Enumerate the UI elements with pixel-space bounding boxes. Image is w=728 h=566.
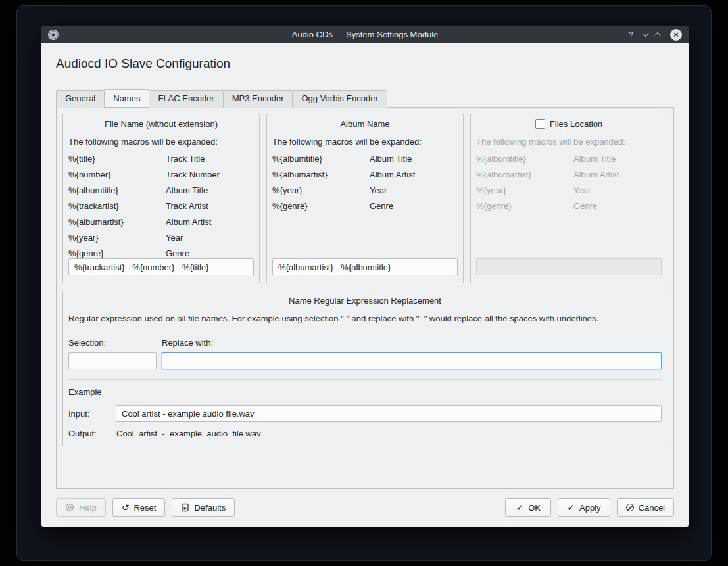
replace-with-label: Replace with:: [162, 338, 662, 348]
macro-name: %{number}: [68, 170, 166, 179]
tab-names[interactable]: Names: [104, 89, 149, 107]
cancel-button[interactable]: Cancel: [617, 498, 674, 517]
macro-desc: Genre: [166, 248, 254, 258]
chevron-up-icon[interactable]: [654, 32, 661, 39]
chevron-down-icon[interactable]: [643, 30, 649, 37]
macro-desc: Track Title: [166, 154, 254, 164]
text-cursor: [168, 356, 168, 366]
album-name-group: Album Name The following macros will be …: [266, 114, 464, 283]
file-name-pattern-input[interactable]: [68, 258, 254, 275]
replace-with-input[interactable]: [162, 352, 662, 369]
macro-name: %{year}: [476, 185, 573, 195]
files-location-group: Files Location The following macros will…: [470, 114, 667, 283]
tab-mp3-encoder[interactable]: MP3 Encoder: [223, 90, 293, 108]
titlebar[interactable]: Audio CDs — System Settings Module ? ×: [41, 26, 689, 43]
macro-desc: Album Artist: [370, 170, 458, 179]
selection-label: Selection:: [68, 338, 157, 348]
titlebar-help-button[interactable]: ?: [629, 30, 633, 39]
tab-flac-encoder[interactable]: FLAC Encoder: [149, 90, 223, 108]
macro-name: %{albumartist}: [476, 170, 573, 179]
macro-desc: Album Title: [573, 154, 662, 164]
macro-name: %{genre}: [272, 201, 370, 211]
window-content: Audiocd IO Slave Configuration General N…: [41, 43, 689, 527]
macro-name: %{genre}: [476, 201, 573, 211]
file-name-group: File Name (without extension) The follow…: [62, 114, 260, 283]
files-location-checkbox[interactable]: [535, 119, 545, 129]
desktop-background: Audio CDs — System Settings Module ? × A…: [16, 5, 712, 561]
help-icon: [65, 503, 74, 512]
regex-replacement-group: Name Regular Expression Replacement Regu…: [62, 291, 667, 446]
files-location-macro-list: %{albumtitle}Album Title %{albumartist}A…: [476, 154, 662, 211]
macro-name: %{albumartist}: [272, 170, 370, 179]
macro-desc: Album Title: [370, 154, 458, 164]
example-separator: [68, 379, 662, 380]
tab-bar: General Names FLAC Encoder MP3 Encoder O…: [56, 89, 674, 107]
macro-desc: Track Number: [166, 170, 254, 179]
help-button[interactable]: Help: [56, 498, 106, 517]
file-name-macros-intro: The following macros will be expanded:: [68, 137, 254, 147]
apply-check-icon: ✓: [567, 503, 575, 512]
reset-button[interactable]: ↺ Reset: [112, 498, 166, 517]
regex-description: Regular expression used on all file name…: [68, 314, 662, 323]
ok-button[interactable]: ✓ OK: [505, 498, 551, 517]
file-name-group-title: File Name (without extension): [68, 119, 254, 129]
names-tab-panel: File Name (without extension) The follow…: [56, 107, 674, 489]
macro-name: %{albumtitle}: [272, 154, 370, 164]
defaults-icon: [181, 503, 189, 512]
album-name-pattern-input[interactable]: [272, 258, 458, 275]
macro-name: %{albumtitle}: [476, 154, 573, 164]
macro-name: %{albumtitle}: [68, 185, 166, 195]
example-output-value: Cool_artist_-_example_audio_file.wav: [116, 429, 662, 438]
macro-name: %{year}: [272, 185, 370, 195]
dialog-button-row: Help ↺ Reset Defaults ✓ OK: [56, 498, 674, 517]
ok-check-icon: ✓: [516, 503, 524, 512]
macro-desc: Year: [573, 185, 662, 195]
macro-desc: Year: [166, 233, 254, 243]
macro-desc: Genre: [370, 201, 458, 211]
macro-desc: Album Title: [166, 185, 254, 195]
album-name-macros-intro: The following macros will be expanded:: [272, 137, 458, 147]
reset-icon: ↺: [122, 503, 130, 512]
regex-group-title: Name Regular Expression Replacement: [68, 296, 662, 306]
example-input-field[interactable]: [116, 405, 662, 422]
macro-name: %{title}: [68, 154, 166, 164]
macro-name: %{year}: [68, 233, 166, 243]
macro-name: %{albumartist}: [68, 217, 166, 227]
macro-desc: Genre: [573, 201, 662, 211]
audiocd-app-icon: [48, 30, 59, 40]
macro-desc: Year: [370, 185, 458, 195]
macro-name: %{genre}: [68, 248, 166, 258]
album-name-group-title: Album Name: [272, 119, 458, 129]
cancel-icon: [626, 504, 634, 511]
files-location-group-title: Files Location: [550, 119, 602, 129]
settings-window: Audio CDs — System Settings Module ? × A…: [41, 26, 689, 527]
macro-name: %{trackartist}: [68, 201, 166, 211]
defaults-button[interactable]: Defaults: [172, 498, 235, 517]
example-output-label: Output:: [68, 429, 110, 438]
example-label: Example: [68, 387, 662, 397]
macro-desc: Album Artist: [166, 217, 254, 227]
macro-desc: Album Artist: [573, 170, 662, 179]
tab-general[interactable]: General: [56, 90, 105, 108]
selection-input[interactable]: [68, 352, 157, 369]
window-title: Audio CDs — System Settings Module: [41, 30, 689, 39]
files-location-macros-intro: The following macros will be expanded:: [476, 137, 662, 147]
files-location-pattern-input: [476, 258, 662, 275]
macro-desc: Track Artist: [166, 201, 254, 211]
album-name-macro-list: %{albumtitle}Album Title %{albumartist}A…: [272, 154, 458, 211]
file-name-macro-list: %{title}Track Title %{number}Track Numbe…: [68, 154, 254, 258]
apply-button[interactable]: ✓ Apply: [558, 498, 610, 517]
example-input-label: Input:: [68, 409, 110, 419]
page-title: Audiocd IO Slave Configuration: [56, 57, 674, 71]
tab-ogg-vorbis-encoder[interactable]: Ogg Vorbis Encoder: [292, 90, 387, 108]
titlebar-close-button[interactable]: ×: [670, 29, 682, 41]
